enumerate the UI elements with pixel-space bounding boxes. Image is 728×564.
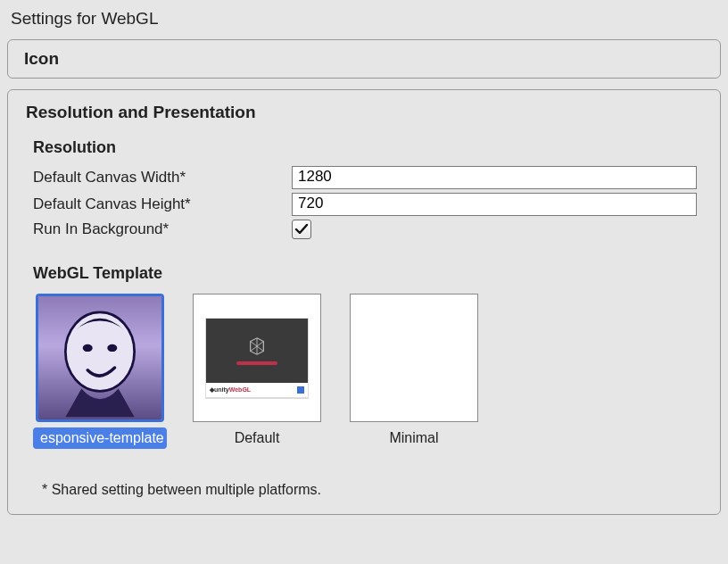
template-responsive-label: esponsive-template <box>33 427 167 449</box>
template-minimal-thumb <box>350 294 478 422</box>
webgl-template-subheader: WebGL Template <box>33 264 702 283</box>
run-in-background-label: Run In Background* <box>33 220 292 238</box>
run-in-background-row: Run In Background* <box>33 220 702 239</box>
template-minimal-label: Minimal <box>382 427 445 449</box>
run-in-background-checkbox[interactable] <box>292 220 311 239</box>
page-title: Settings for WebGL <box>0 0 728 39</box>
face-icon <box>38 295 161 420</box>
template-responsive-thumb <box>36 294 164 422</box>
icon-section-title: Icon <box>24 49 704 69</box>
default-canvas-height-input[interactable] <box>292 193 697 216</box>
template-default[interactable]: ◆unityWebGL Default <box>190 294 324 453</box>
svg-point-1 <box>83 344 93 352</box>
shared-setting-footnote: * Shared setting between multiple platfo… <box>26 482 702 498</box>
resolution-subheader: Resolution <box>33 138 702 157</box>
webgl-templates-list: esponsive-template ◆unityWebGL <box>33 294 702 453</box>
svg-point-2 <box>107 344 117 352</box>
icon-section[interactable]: Icon <box>7 39 721 79</box>
template-default-thumb: ◆unityWebGL <box>193 294 321 422</box>
template-minimal[interactable]: Minimal <box>347 294 481 453</box>
default-canvas-width-input[interactable] <box>292 166 697 189</box>
unity-logo-icon <box>247 336 267 356</box>
default-canvas-height-label: Default Canvas Height* <box>33 195 292 213</box>
checkmark-icon <box>294 222 309 236</box>
template-responsive[interactable]: esponsive-template <box>33 294 167 453</box>
default-canvas-width-label: Default Canvas Width* <box>33 169 292 187</box>
default-canvas-height-row: Default Canvas Height* <box>33 193 702 216</box>
resolution-presentation-section: Resolution and Presentation Resolution D… <box>7 89 721 515</box>
svg-point-0 <box>65 312 134 391</box>
resolution-presentation-title: Resolution and Presentation <box>26 103 702 122</box>
template-default-label: Default <box>228 427 287 449</box>
default-canvas-width-row: Default Canvas Width* <box>33 166 702 189</box>
